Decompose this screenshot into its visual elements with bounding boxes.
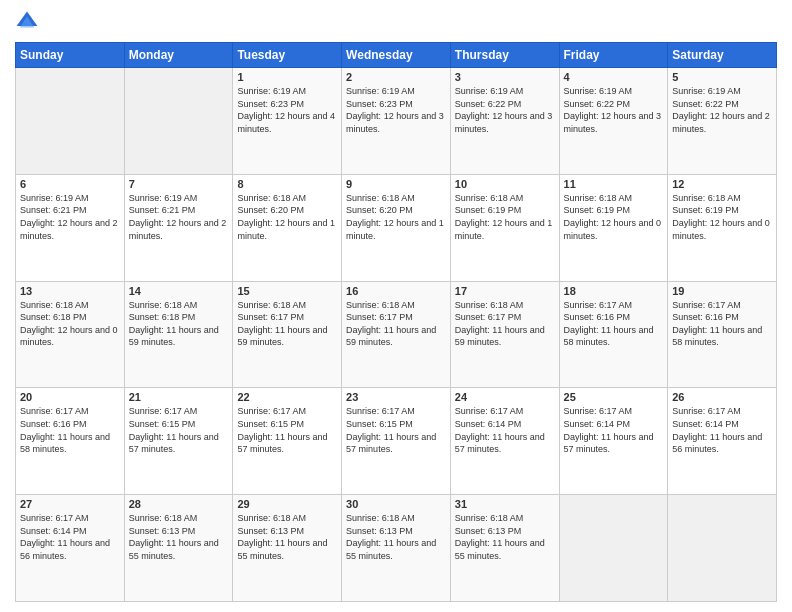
day-info: Sunrise: 6:17 AM Sunset: 6:14 PM Dayligh… — [672, 405, 772, 455]
col-header-friday: Friday — [559, 43, 668, 68]
calendar-cell: 10Sunrise: 6:18 AM Sunset: 6:19 PM Dayli… — [450, 174, 559, 281]
calendar-cell: 24Sunrise: 6:17 AM Sunset: 6:14 PM Dayli… — [450, 388, 559, 495]
day-info: Sunrise: 6:18 AM Sunset: 6:18 PM Dayligh… — [20, 299, 120, 349]
day-info: Sunrise: 6:19 AM Sunset: 6:23 PM Dayligh… — [346, 85, 446, 135]
calendar-cell: 7Sunrise: 6:19 AM Sunset: 6:21 PM Daylig… — [124, 174, 233, 281]
day-info: Sunrise: 6:17 AM Sunset: 6:14 PM Dayligh… — [455, 405, 555, 455]
day-info: Sunrise: 6:19 AM Sunset: 6:21 PM Dayligh… — [129, 192, 229, 242]
day-info: Sunrise: 6:18 AM Sunset: 6:19 PM Dayligh… — [564, 192, 664, 242]
calendar-cell: 5Sunrise: 6:19 AM Sunset: 6:22 PM Daylig… — [668, 68, 777, 175]
calendar-cell: 31Sunrise: 6:18 AM Sunset: 6:13 PM Dayli… — [450, 495, 559, 602]
calendar-cell: 12Sunrise: 6:18 AM Sunset: 6:19 PM Dayli… — [668, 174, 777, 281]
calendar-cell: 11Sunrise: 6:18 AM Sunset: 6:19 PM Dayli… — [559, 174, 668, 281]
calendar-cell: 3Sunrise: 6:19 AM Sunset: 6:22 PM Daylig… — [450, 68, 559, 175]
day-number: 15 — [237, 285, 337, 297]
day-info: Sunrise: 6:18 AM Sunset: 6:18 PM Dayligh… — [129, 299, 229, 349]
calendar-week-3: 13Sunrise: 6:18 AM Sunset: 6:18 PM Dayli… — [16, 281, 777, 388]
day-info: Sunrise: 6:18 AM Sunset: 6:13 PM Dayligh… — [237, 512, 337, 562]
day-info: Sunrise: 6:18 AM Sunset: 6:13 PM Dayligh… — [129, 512, 229, 562]
day-number: 6 — [20, 178, 120, 190]
day-info: Sunrise: 6:18 AM Sunset: 6:20 PM Dayligh… — [346, 192, 446, 242]
day-info: Sunrise: 6:17 AM Sunset: 6:15 PM Dayligh… — [346, 405, 446, 455]
day-info: Sunrise: 6:19 AM Sunset: 6:21 PM Dayligh… — [20, 192, 120, 242]
day-number: 3 — [455, 71, 555, 83]
calendar-header-row: SundayMondayTuesdayWednesdayThursdayFrid… — [16, 43, 777, 68]
calendar-cell: 6Sunrise: 6:19 AM Sunset: 6:21 PM Daylig… — [16, 174, 125, 281]
col-header-thursday: Thursday — [450, 43, 559, 68]
calendar-cell: 2Sunrise: 6:19 AM Sunset: 6:23 PM Daylig… — [342, 68, 451, 175]
day-number: 11 — [564, 178, 664, 190]
day-info: Sunrise: 6:18 AM Sunset: 6:17 PM Dayligh… — [346, 299, 446, 349]
page: SundayMondayTuesdayWednesdayThursdayFrid… — [0, 0, 792, 612]
day-number: 16 — [346, 285, 446, 297]
calendar-cell: 20Sunrise: 6:17 AM Sunset: 6:16 PM Dayli… — [16, 388, 125, 495]
day-number: 7 — [129, 178, 229, 190]
day-info: Sunrise: 6:17 AM Sunset: 6:14 PM Dayligh… — [564, 405, 664, 455]
day-info: Sunrise: 6:17 AM Sunset: 6:16 PM Dayligh… — [672, 299, 772, 349]
col-header-monday: Monday — [124, 43, 233, 68]
day-number: 14 — [129, 285, 229, 297]
day-info: Sunrise: 6:18 AM Sunset: 6:20 PM Dayligh… — [237, 192, 337, 242]
logo-icon — [15, 10, 39, 34]
day-number: 17 — [455, 285, 555, 297]
calendar-cell: 23Sunrise: 6:17 AM Sunset: 6:15 PM Dayli… — [342, 388, 451, 495]
calendar-cell: 21Sunrise: 6:17 AM Sunset: 6:15 PM Dayli… — [124, 388, 233, 495]
day-info: Sunrise: 6:17 AM Sunset: 6:16 PM Dayligh… — [20, 405, 120, 455]
calendar-cell — [16, 68, 125, 175]
calendar-cell: 18Sunrise: 6:17 AM Sunset: 6:16 PM Dayli… — [559, 281, 668, 388]
day-number: 30 — [346, 498, 446, 510]
day-number: 31 — [455, 498, 555, 510]
day-number: 25 — [564, 391, 664, 403]
day-info: Sunrise: 6:18 AM Sunset: 6:13 PM Dayligh… — [346, 512, 446, 562]
col-header-saturday: Saturday — [668, 43, 777, 68]
day-number: 28 — [129, 498, 229, 510]
day-number: 13 — [20, 285, 120, 297]
day-info: Sunrise: 6:19 AM Sunset: 6:22 PM Dayligh… — [672, 85, 772, 135]
day-info: Sunrise: 6:17 AM Sunset: 6:15 PM Dayligh… — [237, 405, 337, 455]
day-info: Sunrise: 6:19 AM Sunset: 6:22 PM Dayligh… — [455, 85, 555, 135]
col-header-tuesday: Tuesday — [233, 43, 342, 68]
calendar-cell: 13Sunrise: 6:18 AM Sunset: 6:18 PM Dayli… — [16, 281, 125, 388]
day-number: 4 — [564, 71, 664, 83]
day-info: Sunrise: 6:18 AM Sunset: 6:13 PM Dayligh… — [455, 512, 555, 562]
calendar-cell — [668, 495, 777, 602]
day-number: 5 — [672, 71, 772, 83]
calendar-cell: 14Sunrise: 6:18 AM Sunset: 6:18 PM Dayli… — [124, 281, 233, 388]
day-info: Sunrise: 6:18 AM Sunset: 6:17 PM Dayligh… — [237, 299, 337, 349]
calendar-cell: 22Sunrise: 6:17 AM Sunset: 6:15 PM Dayli… — [233, 388, 342, 495]
day-number: 23 — [346, 391, 446, 403]
calendar-week-1: 1Sunrise: 6:19 AM Sunset: 6:23 PM Daylig… — [16, 68, 777, 175]
day-number: 29 — [237, 498, 337, 510]
day-number: 9 — [346, 178, 446, 190]
calendar-cell: 17Sunrise: 6:18 AM Sunset: 6:17 PM Dayli… — [450, 281, 559, 388]
calendar-cell: 8Sunrise: 6:18 AM Sunset: 6:20 PM Daylig… — [233, 174, 342, 281]
calendar-cell: 1Sunrise: 6:19 AM Sunset: 6:23 PM Daylig… — [233, 68, 342, 175]
calendar-cell — [559, 495, 668, 602]
calendar-cell — [124, 68, 233, 175]
header — [15, 10, 777, 34]
calendar-cell: 26Sunrise: 6:17 AM Sunset: 6:14 PM Dayli… — [668, 388, 777, 495]
calendar-week-4: 20Sunrise: 6:17 AM Sunset: 6:16 PM Dayli… — [16, 388, 777, 495]
calendar-week-5: 27Sunrise: 6:17 AM Sunset: 6:14 PM Dayli… — [16, 495, 777, 602]
day-number: 10 — [455, 178, 555, 190]
col-header-sunday: Sunday — [16, 43, 125, 68]
day-number: 22 — [237, 391, 337, 403]
day-number: 21 — [129, 391, 229, 403]
calendar-cell: 4Sunrise: 6:19 AM Sunset: 6:22 PM Daylig… — [559, 68, 668, 175]
calendar-cell: 19Sunrise: 6:17 AM Sunset: 6:16 PM Dayli… — [668, 281, 777, 388]
day-number: 20 — [20, 391, 120, 403]
calendar-cell: 16Sunrise: 6:18 AM Sunset: 6:17 PM Dayli… — [342, 281, 451, 388]
day-info: Sunrise: 6:19 AM Sunset: 6:23 PM Dayligh… — [237, 85, 337, 135]
day-info: Sunrise: 6:18 AM Sunset: 6:19 PM Dayligh… — [672, 192, 772, 242]
calendar-cell: 9Sunrise: 6:18 AM Sunset: 6:20 PM Daylig… — [342, 174, 451, 281]
day-number: 24 — [455, 391, 555, 403]
day-info: Sunrise: 6:18 AM Sunset: 6:17 PM Dayligh… — [455, 299, 555, 349]
day-number: 27 — [20, 498, 120, 510]
col-header-wednesday: Wednesday — [342, 43, 451, 68]
day-number: 12 — [672, 178, 772, 190]
calendar-cell: 30Sunrise: 6:18 AM Sunset: 6:13 PM Dayli… — [342, 495, 451, 602]
calendar-cell: 25Sunrise: 6:17 AM Sunset: 6:14 PM Dayli… — [559, 388, 668, 495]
day-info: Sunrise: 6:17 AM Sunset: 6:14 PM Dayligh… — [20, 512, 120, 562]
calendar-cell: 15Sunrise: 6:18 AM Sunset: 6:17 PM Dayli… — [233, 281, 342, 388]
day-info: Sunrise: 6:19 AM Sunset: 6:22 PM Dayligh… — [564, 85, 664, 135]
